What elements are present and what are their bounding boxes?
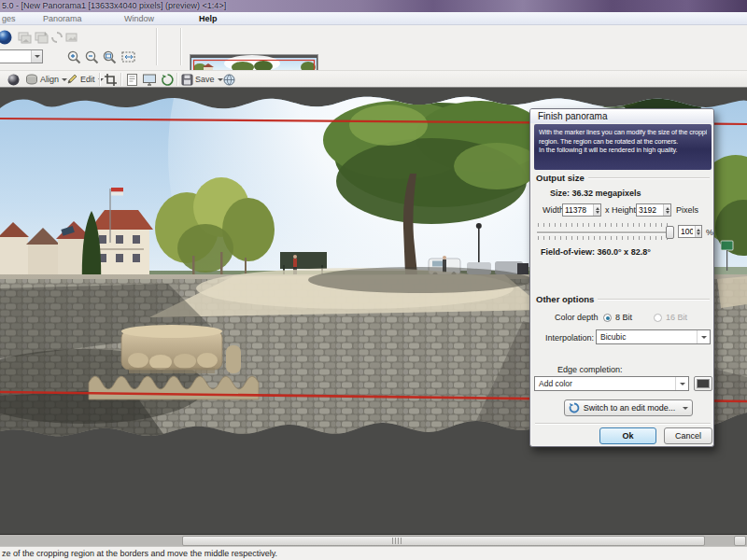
fullscreen-icon[interactable] bbox=[142, 73, 157, 87]
chevron-down-icon bbox=[697, 330, 710, 343]
menu-item-help[interactable]: Help bbox=[199, 13, 218, 25]
cancel-button[interactable]: Cancel bbox=[664, 427, 712, 444]
edit-toolbar: Align Edit Save bbox=[0, 70, 747, 87]
zoom-out-icon[interactable] bbox=[84, 49, 100, 65]
chevron-down-icon bbox=[675, 377, 688, 390]
radio-16bit[interactable] bbox=[654, 314, 662, 322]
window-title: 5.0 - [New Panorama1 [13633x4040 pixels]… bbox=[2, 0, 226, 12]
export-image-icon[interactable] bbox=[64, 30, 79, 45]
dialog-info-box: With the marker lines you can modify the… bbox=[534, 124, 712, 170]
align-icon bbox=[25, 73, 38, 86]
edge-completion-label: Edge completion: bbox=[557, 365, 623, 374]
edge-color-swatch-button[interactable] bbox=[694, 376, 712, 391]
edit-icon bbox=[65, 73, 78, 86]
titlebar[interactable]: 5.0 - [New Panorama1 [13633x4040 pixels]… bbox=[0, 0, 747, 12]
pixels-label: Pixels bbox=[676, 205, 698, 215]
scrollbar-right-arrow[interactable] bbox=[734, 536, 746, 546]
chevron-down-icon bbox=[683, 407, 688, 410]
preview-icon[interactable] bbox=[125, 73, 139, 87]
zoom-region-icon[interactable] bbox=[102, 49, 118, 65]
zoom-level-combo[interactable] bbox=[0, 49, 43, 63]
ok-button[interactable]: Ok bbox=[599, 427, 656, 444]
height-label: x Height bbox=[605, 205, 636, 215]
output-size-header: Output size bbox=[536, 173, 710, 183]
status-bar: ze of the cropping region at the borders… bbox=[0, 546, 747, 560]
size-text: Size: 36.32 megapixels bbox=[550, 189, 641, 198]
status-text: ze of the cropping region at the borders… bbox=[0, 549, 277, 558]
height-input[interactable] bbox=[637, 204, 663, 216]
horizontal-scrollbar[interactable] bbox=[0, 534, 747, 546]
other-options-header: Other options bbox=[536, 294, 710, 304]
scale-stepper[interactable] bbox=[695, 226, 701, 237]
crop-icon[interactable] bbox=[104, 73, 118, 87]
menu-item-images[interactable]: ges bbox=[2, 13, 16, 25]
radio-16bit-label: 16 Bit bbox=[666, 313, 687, 322]
panorama-canvas: Finish panorama With the marker lines yo… bbox=[0, 87, 747, 534]
align-button[interactable]: Align bbox=[25, 72, 67, 87]
interpolation-select[interactable]: Bicubic bbox=[596, 329, 711, 344]
menu-item-window[interactable]: Window bbox=[124, 13, 154, 25]
web-export-icon[interactable] bbox=[222, 73, 236, 87]
app-sphere-icon[interactable] bbox=[0, 29, 13, 46]
edge-color-swatch bbox=[697, 379, 711, 389]
toolbar-separator bbox=[180, 28, 181, 65]
width-stepper[interactable] bbox=[593, 204, 600, 216]
radio-8bit[interactable] bbox=[603, 314, 612, 322]
fit-window-icon[interactable] bbox=[120, 49, 137, 65]
render-panorama-icon[interactable] bbox=[49, 30, 64, 45]
height-field[interactable] bbox=[636, 203, 671, 217]
pan-view-icon[interactable] bbox=[7, 73, 21, 87]
scale-slider-track[interactable] bbox=[537, 231, 671, 234]
menubar: ges Panorama Window Help bbox=[0, 12, 747, 25]
width-field[interactable] bbox=[562, 203, 601, 217]
dialog-title[interactable]: Finish panorama bbox=[530, 109, 713, 123]
chevron-down-icon[interactable] bbox=[31, 50, 42, 63]
edge-completion-select[interactable]: Add color bbox=[534, 376, 689, 391]
edit-button[interactable]: Edit bbox=[65, 72, 104, 87]
import-images-icon[interactable] bbox=[17, 30, 32, 45]
finish-panorama-dialog: Finish panorama With the marker lines yo… bbox=[529, 108, 714, 447]
interpolation-label: Interpolation: bbox=[545, 333, 594, 343]
height-stepper[interactable] bbox=[663, 204, 670, 216]
scrollbar-grip bbox=[392, 538, 402, 544]
percent-label: % bbox=[706, 228, 713, 237]
switch-mode-icon bbox=[569, 402, 580, 413]
color-depth-label: Color depth bbox=[555, 313, 599, 322]
toolbar-zone bbox=[0, 25, 747, 70]
fov-text: Field-of-view: 360.0° x 82.8° bbox=[541, 247, 651, 257]
zoom-in-icon[interactable] bbox=[66, 49, 82, 65]
scale-slider-thumb[interactable] bbox=[666, 226, 674, 239]
width-label: Width bbox=[543, 205, 564, 215]
scrollbar-thumb[interactable] bbox=[182, 536, 705, 546]
width-input[interactable] bbox=[563, 204, 593, 216]
radio-8bit-label[interactable]: 8 Bit bbox=[615, 313, 632, 322]
save-icon bbox=[181, 74, 193, 86]
toolbar-separator bbox=[156, 28, 157, 65]
menu-item-panorama[interactable]: Panorama bbox=[43, 13, 82, 25]
save-button[interactable]: Save bbox=[181, 72, 223, 87]
update-icon[interactable] bbox=[161, 73, 175, 87]
scale-field[interactable] bbox=[678, 225, 702, 238]
scale-input[interactable] bbox=[679, 226, 695, 237]
open-project-icon[interactable] bbox=[34, 30, 49, 45]
app-window: 5.0 - [New Panorama1 [13633x4040 pixels]… bbox=[0, 0, 747, 560]
zoom-level-input[interactable] bbox=[0, 51, 27, 63]
switch-edit-mode-button[interactable]: Switch to an edit mode... bbox=[564, 399, 693, 416]
